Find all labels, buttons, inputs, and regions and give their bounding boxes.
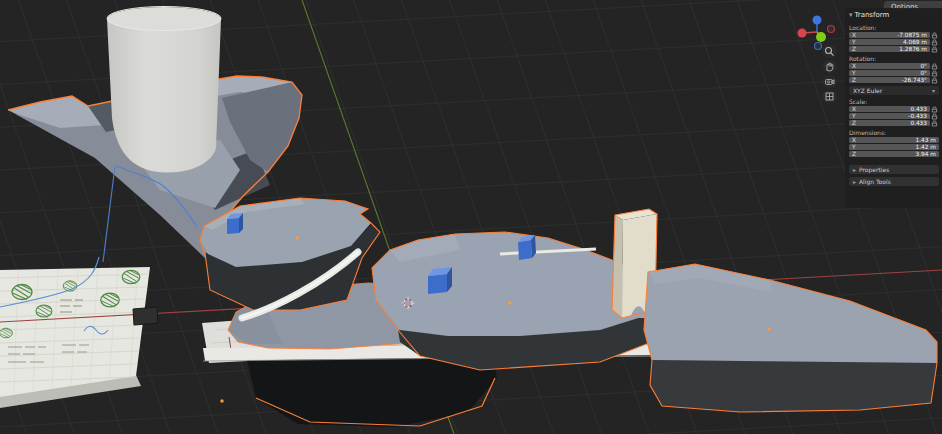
axis-label: X bbox=[852, 106, 856, 112]
3d-scene[interactable] bbox=[0, 0, 942, 434]
gizmo-y-positive[interactable] bbox=[816, 32, 826, 42]
chevron-down-icon: ▾ bbox=[849, 11, 853, 19]
field-value: 0° bbox=[920, 63, 927, 69]
rotation-mode-value: XYZ Euler bbox=[853, 87, 882, 94]
dimensions-x-field[interactable]: X 1.43 m bbox=[849, 137, 939, 143]
magnifier-icon bbox=[824, 46, 835, 57]
blender-viewport: Options bbox=[0, 0, 942, 434]
chevron-right-icon: ▸ bbox=[853, 178, 856, 185]
axis-label: Z bbox=[852, 120, 856, 126]
lock-icon[interactable] bbox=[930, 106, 939, 113]
dimensions-label: Dimensions: bbox=[849, 129, 939, 136]
panel-title: Transform bbox=[855, 11, 890, 19]
lock-icon[interactable] bbox=[930, 70, 939, 77]
scale-x-field[interactable]: X 0.433 bbox=[849, 106, 930, 112]
field-value: 0° bbox=[920, 70, 927, 76]
blue-cube-1[interactable] bbox=[227, 213, 243, 234]
field-value: 0.433 bbox=[910, 120, 927, 126]
axis-label: Z bbox=[852, 151, 856, 157]
gizmo-z-negative[interactable] bbox=[815, 43, 822, 50]
field-value: -26.743° bbox=[902, 77, 927, 83]
projection-toggle-button[interactable] bbox=[822, 90, 837, 103]
location-x-field[interactable]: X -7.0875 m bbox=[849, 32, 930, 38]
collapsed-panel-label: Properties bbox=[859, 166, 889, 173]
lock-icon[interactable] bbox=[930, 113, 939, 120]
gizmo-x-negative[interactable] bbox=[828, 26, 835, 33]
lock-icon[interactable] bbox=[930, 120, 939, 127]
lock-icon[interactable] bbox=[930, 39, 939, 46]
axis-label: Z bbox=[852, 77, 856, 83]
origin-dot bbox=[508, 301, 511, 304]
grid-icon bbox=[824, 91, 835, 102]
origin-dot bbox=[767, 327, 770, 330]
zoom-tool-button[interactable] bbox=[822, 45, 837, 58]
lock-icon[interactable] bbox=[930, 46, 939, 53]
axis-label: X bbox=[852, 63, 856, 69]
field-value: -7.0875 m bbox=[897, 32, 927, 38]
rotation-z-field[interactable]: Z -26.743° bbox=[849, 77, 930, 83]
scale-y-field[interactable]: Y -0.433 bbox=[849, 113, 930, 119]
axis-label: X bbox=[852, 32, 856, 38]
lock-icon[interactable] bbox=[930, 63, 939, 70]
field-value: 1.2876 m bbox=[899, 46, 927, 52]
axis-label: X bbox=[852, 137, 856, 143]
field-value: 1.42 m bbox=[916, 144, 936, 150]
cylinder-object[interactable] bbox=[107, 7, 221, 173]
location-label: Location: bbox=[849, 24, 939, 31]
dimensions-z-field[interactable]: Z 3.94 m bbox=[849, 151, 939, 157]
gizmo-x-positive[interactable] bbox=[798, 29, 807, 38]
origin-dot bbox=[295, 236, 298, 239]
camera-view-button[interactable] bbox=[822, 75, 837, 88]
gizmo-z-positive[interactable] bbox=[813, 16, 822, 25]
hand-icon bbox=[824, 61, 835, 72]
transform-panel: ▾Transform Location: X -7.0875 m Y 4.069… bbox=[845, 8, 942, 208]
field-value: 1.43 m bbox=[916, 137, 936, 143]
field-value: 3.94 m bbox=[916, 151, 936, 157]
field-value: -0.433 bbox=[908, 113, 927, 119]
blue-cube-2[interactable] bbox=[428, 267, 452, 294]
viewport-tools bbox=[822, 45, 837, 103]
dimensions-y-field[interactable]: Y 1.42 m bbox=[849, 144, 939, 150]
field-value: 4.069 m bbox=[903, 39, 927, 45]
chevron-down-icon: ▾ bbox=[932, 87, 935, 94]
properties-panel-header[interactable]: ▸ Properties bbox=[849, 165, 939, 174]
location-z-field[interactable]: Z 1.2876 m bbox=[849, 46, 930, 52]
scale-z-field[interactable]: Z 0.433 bbox=[849, 120, 930, 126]
rotation-x-field[interactable]: X 0° bbox=[849, 63, 930, 69]
origin-dot bbox=[220, 399, 223, 402]
camera-icon bbox=[824, 76, 835, 87]
lock-icon[interactable] bbox=[930, 77, 939, 84]
rotation-label: Rotation: bbox=[849, 55, 939, 62]
floorplan-paper[interactable] bbox=[0, 257, 150, 408]
collapsed-panel-label: Align Tools bbox=[859, 178, 891, 185]
move-tool-button[interactable] bbox=[822, 60, 837, 73]
blue-slab[interactable] bbox=[518, 235, 536, 260]
mesh-dark-box[interactable] bbox=[133, 307, 158, 325]
transform-panel-header[interactable]: ▾Transform bbox=[849, 10, 939, 21]
axis-label: Y bbox=[852, 39, 856, 45]
axis-label: Z bbox=[852, 46, 856, 52]
scale-label: Scale: bbox=[849, 98, 939, 105]
lock-icon[interactable] bbox=[930, 32, 939, 39]
chevron-right-icon: ▸ bbox=[853, 166, 856, 173]
align-tools-panel-header[interactable]: ▸ Align Tools bbox=[849, 177, 939, 186]
axis-label: Y bbox=[852, 144, 856, 150]
axis-label: Y bbox=[852, 113, 856, 119]
axis-label: Y bbox=[852, 70, 856, 76]
location-y-field[interactable]: Y 4.069 m bbox=[849, 39, 930, 45]
rotation-y-field[interactable]: Y 0° bbox=[849, 70, 930, 76]
field-value: 0.433 bbox=[910, 106, 927, 112]
rotation-mode-dropdown[interactable]: XYZ Euler ▾ bbox=[849, 86, 939, 95]
